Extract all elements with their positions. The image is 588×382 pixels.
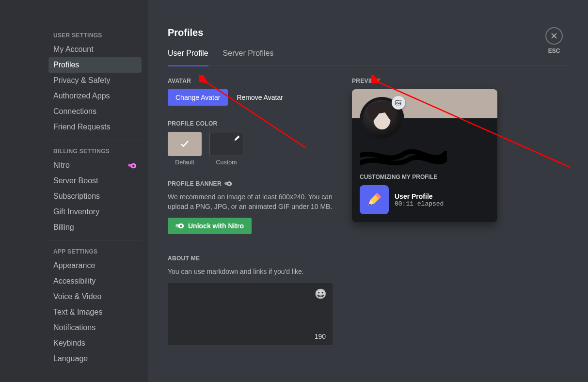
svg-point-5 <box>180 224 182 227</box>
sidebar-item-appearance[interactable]: Appearance <box>48 258 142 273</box>
sidebar-item-gift-inventory[interactable]: Gift Inventory <box>48 204 142 220</box>
check-icon <box>179 139 190 149</box>
page-title: Profiles <box>168 27 569 38</box>
sidebar-item-label: Voice & Video <box>53 292 101 301</box>
sidebar-item-label: Appearance <box>53 261 95 270</box>
settings-main: Profiles User Profile Server Profiles AV… <box>148 0 588 382</box>
about-me-desc: You can use markdown and links if you'd … <box>168 267 333 276</box>
esc-label: ESC <box>548 48 560 54</box>
sidebar-heading-user: USER SETTINGS <box>48 29 142 42</box>
sidebar-item-authorized-apps[interactable]: Authorized Apps <box>48 88 142 104</box>
avatar-heading: AVATAR <box>168 78 333 84</box>
tab-server-profiles[interactable]: Server Profiles <box>223 49 274 65</box>
preview-heading: PREVIEW <box>352 78 497 84</box>
color-swatch-custom[interactable] <box>209 132 243 156</box>
sidebar-item-label: Authorized Apps <box>53 92 110 100</box>
change-avatar-button[interactable]: Change Avatar <box>168 89 228 106</box>
nitro-icon <box>224 181 232 187</box>
sidebar-item-label: Connections <box>53 107 96 116</box>
profile-tabs: User Profile Server Profiles <box>168 49 569 66</box>
about-me-char-count: 190 <box>315 333 326 340</box>
preview-section-heading: CUSTOMIZING MY PROFILE <box>360 174 490 180</box>
sidebar-item-label: Billing <box>53 223 74 232</box>
sidebar-item-label: Server Boost <box>53 176 98 185</box>
about-me-heading: ABOUT ME <box>168 255 333 262</box>
sidebar-item-server-boost[interactable]: Server Boost <box>48 173 142 189</box>
activity-time: 00:11 <box>395 200 413 207</box>
profile-preview-card: CUSTOMIZING MY PROFILE User Profile 00:1… <box>352 89 497 222</box>
sidebar-item-privacy[interactable]: Privacy & Safety <box>48 73 142 88</box>
sidebar-item-subscriptions[interactable]: Subscriptions <box>48 189 142 204</box>
sidebar-item-label: Notifications <box>53 323 95 332</box>
sidebar-separator <box>48 140 142 140</box>
svg-point-3 <box>228 183 230 185</box>
swatch-label-custom: Custom <box>216 159 237 166</box>
activity-row: User Profile 00:11 elapsed <box>360 185 490 214</box>
sidebar-item-label: Keybinds <box>53 339 85 348</box>
activity-pencil-icon <box>360 185 389 214</box>
svg-point-1 <box>132 165 135 167</box>
sidebar-item-keybinds[interactable]: Keybinds <box>48 335 142 351</box>
nitro-icon <box>175 223 184 229</box>
unlock-nitro-label: Unlock with Nitro <box>188 222 244 230</box>
sidebar-item-nitro[interactable]: Nitro <box>48 158 142 173</box>
sidebar-item-notifications[interactable]: Notifications <box>48 320 142 335</box>
profile-banner-desc: We recommend an image of at least 600x24… <box>168 192 333 212</box>
settings-sidebar: USER SETTINGS My Account Profiles Privac… <box>0 0 148 382</box>
eyedropper-icon <box>234 135 240 142</box>
color-swatch-default[interactable] <box>168 132 202 156</box>
swatch-label-default: Default <box>175 159 194 166</box>
sidebar-item-label: My Account <box>53 45 94 54</box>
about-me-input[interactable]: 😀 190 <box>168 283 333 345</box>
unlock-nitro-button[interactable]: Unlock with Nitro <box>168 218 252 234</box>
sidebar-item-my-account[interactable]: My Account <box>48 42 142 57</box>
sidebar-item-label: Accessibility <box>53 277 95 286</box>
sidebar-item-label: Gift Inventory <box>53 207 99 216</box>
sidebar-item-billing[interactable]: Billing <box>48 220 142 235</box>
divider <box>168 245 333 245</box>
sidebar-item-label: Language <box>53 354 88 363</box>
remove-avatar-button[interactable]: Remove Avatar <box>237 94 283 101</box>
sidebar-heading-billing: BILLING SETTINGS <box>48 145 142 158</box>
sidebar-heading-app: APP SETTINGS <box>48 245 142 258</box>
profile-color-heading: PROFILE COLOR <box>168 120 333 127</box>
sidebar-item-language[interactable]: Language <box>48 351 142 366</box>
emoji-picker-icon[interactable]: 😀 <box>315 288 327 300</box>
sidebar-separator <box>48 240 142 240</box>
sidebar-item-friend-requests[interactable]: Friend Requests <box>48 119 142 135</box>
sidebar-item-label: Nitro <box>53 161 70 170</box>
nitro-icon <box>128 162 137 169</box>
preview-banner[interactable] <box>352 89 497 118</box>
username-redacted <box>360 149 490 170</box>
sidebar-item-profiles[interactable]: Profiles <box>48 57 142 73</box>
sidebar-item-label: Subscriptions <box>53 192 100 201</box>
profile-banner-heading-text: PROFILE BANNER <box>168 180 222 187</box>
tab-user-profile[interactable]: User Profile <box>168 49 208 65</box>
activity-suffix: elapsed <box>413 200 444 207</box>
sidebar-item-accessibility[interactable]: Accessibility <box>48 273 142 289</box>
sidebar-item-label: Profiles <box>53 61 79 69</box>
sidebar-item-connections[interactable]: Connections <box>48 104 142 119</box>
activity-title: User Profile <box>395 192 444 200</box>
sidebar-item-voice-video[interactable]: Voice & Video <box>48 289 142 304</box>
sidebar-item-text-images[interactable]: Text & Images <box>48 304 142 320</box>
sidebar-item-label: Privacy & Safety <box>53 76 110 85</box>
activity-subtitle: 00:11 elapsed <box>395 200 444 207</box>
sidebar-item-label: Text & Images <box>53 308 102 317</box>
profile-banner-heading: PROFILE BANNER <box>168 180 333 187</box>
sidebar-item-label: Friend Requests <box>53 123 110 131</box>
upload-banner-button[interactable] <box>392 96 405 110</box>
image-add-icon <box>395 99 402 107</box>
close-button[interactable] <box>545 27 563 45</box>
close-icon <box>550 32 558 40</box>
